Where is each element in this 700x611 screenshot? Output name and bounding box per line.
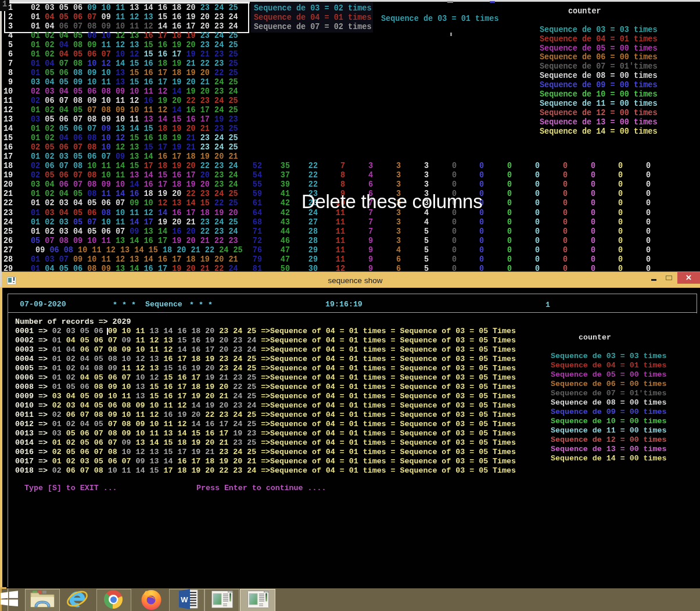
- svg-text:W: W: [181, 595, 188, 604]
